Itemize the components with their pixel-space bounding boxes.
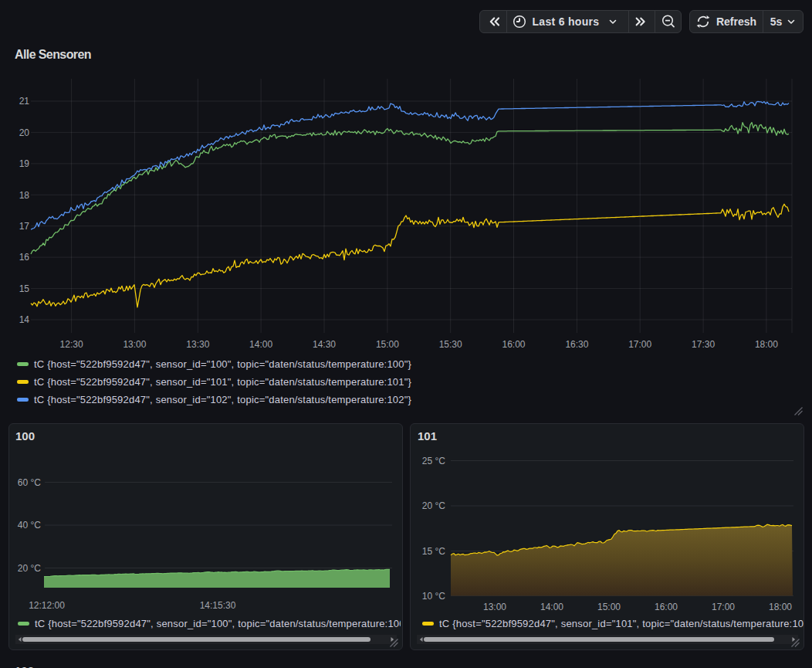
svg-text:18:00: 18:00 — [755, 339, 778, 350]
svg-text:15:00: 15:00 — [597, 602, 621, 612]
svg-text:15: 15 — [19, 283, 30, 294]
svg-text:14: 14 — [19, 314, 30, 325]
svg-text:14:30: 14:30 — [313, 339, 336, 350]
svg-text:15:00: 15:00 — [376, 339, 399, 350]
svg-text:17:30: 17:30 — [692, 339, 715, 350]
svg-text:10 °C: 10 °C — [422, 591, 445, 602]
svg-text:15:30: 15:30 — [439, 339, 462, 350]
svg-text:14:00: 14:00 — [249, 339, 272, 350]
svg-text:16:00: 16:00 — [655, 602, 678, 612]
svg-text:25 °C: 25 °C — [422, 456, 445, 466]
svg-text:14:00: 14:00 — [540, 602, 563, 612]
svg-text:20 °C: 20 °C — [422, 500, 445, 511]
svg-text:16: 16 — [19, 252, 30, 263]
svg-text:13:00: 13:00 — [123, 339, 146, 350]
svg-text:13:30: 13:30 — [186, 339, 209, 350]
svg-text:20 °C: 20 °C — [18, 563, 41, 574]
svg-text:19: 19 — [19, 158, 30, 169]
svg-text:16:00: 16:00 — [502, 339, 525, 350]
svg-text:17:00: 17:00 — [712, 602, 735, 612]
svg-text:13:00: 13:00 — [483, 602, 506, 612]
svg-text:17: 17 — [19, 221, 30, 232]
svg-text:17:00: 17:00 — [628, 339, 651, 350]
svg-text:12:12:00: 12:12:00 — [29, 600, 65, 611]
svg-text:18: 18 — [19, 190, 30, 201]
svg-text:12:30: 12:30 — [60, 339, 83, 350]
svg-text:20: 20 — [19, 127, 30, 138]
svg-text:18:00: 18:00 — [769, 602, 792, 612]
svg-text:14:15:30: 14:15:30 — [200, 600, 236, 611]
svg-text:60 °C: 60 °C — [18, 477, 41, 488]
svg-text:15 °C: 15 °C — [422, 546, 445, 557]
svg-text:40 °C: 40 °C — [18, 520, 41, 531]
svg-text:21: 21 — [19, 96, 30, 107]
svg-text:16:30: 16:30 — [565, 339, 588, 350]
